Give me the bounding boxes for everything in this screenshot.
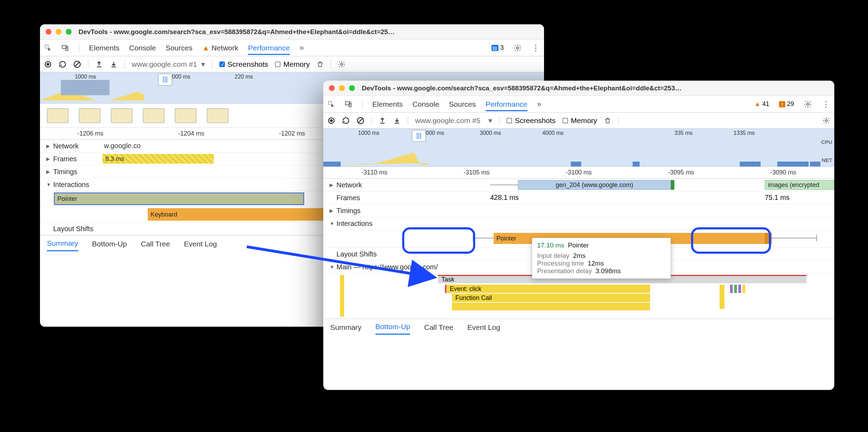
track-main[interactable]: Main — https://www.google.com/ xyxy=(336,263,438,271)
track-interactions[interactable]: Interactions xyxy=(53,181,89,189)
collapse-icon[interactable]: ▼ xyxy=(330,264,334,270)
track-timings[interactable]: Timings xyxy=(53,168,77,176)
expand-icon[interactable]: ▶ xyxy=(46,169,51,174)
clear-icon[interactable] xyxy=(357,117,364,124)
bottom-tab-summary[interactable]: Summary xyxy=(47,236,78,251)
download-icon[interactable] xyxy=(393,117,401,124)
upload-icon[interactable] xyxy=(95,60,103,68)
capture-settings-icon[interactable] xyxy=(822,117,830,124)
bottom-tab-bottom-up[interactable]: Bottom-Up xyxy=(375,320,410,335)
device-icon[interactable] xyxy=(345,100,352,108)
close-button[interactable] xyxy=(46,29,51,35)
svg-line-7 xyxy=(75,62,79,66)
bottom-tab-call-tree[interactable]: Call Tree xyxy=(141,237,170,251)
track-layout-shifts[interactable]: Layout Shifts xyxy=(53,225,94,233)
bottom-tab-summary[interactable]: Summary xyxy=(330,320,362,334)
net-bar-1[interactable]: gen_204 (www.google.com) xyxy=(518,180,671,190)
window-title: DevTools - www.google.com/search?sca_esv… xyxy=(79,28,538,36)
svg-line-16 xyxy=(358,119,363,123)
download-icon[interactable] xyxy=(110,60,117,68)
memory-checkbox[interactable]: Memory xyxy=(562,116,597,125)
reload-icon[interactable] xyxy=(342,117,350,124)
messages-badge[interactable]: ▤3 xyxy=(492,44,504,51)
more-tabs-icon[interactable]: » xyxy=(537,100,541,109)
collapse-icon[interactable]: ▼ xyxy=(46,182,51,187)
upload-icon[interactable] xyxy=(379,117,386,124)
inspect-icon[interactable] xyxy=(327,100,335,108)
track-interactions[interactable]: Interactions xyxy=(336,220,372,228)
expand-icon[interactable]: ▶ xyxy=(330,182,334,188)
svg-point-3 xyxy=(517,47,519,49)
clear-icon[interactable] xyxy=(73,60,81,68)
window-title: DevTools - www.google.com/search?sca_esv… xyxy=(362,84,829,92)
warning-icon: ▲ xyxy=(202,44,210,52)
maximize-button[interactable] xyxy=(66,29,72,35)
overview-timeline[interactable]: 1000 ms 000 ms 3000 ms 4000 ms 335 ms 13… xyxy=(323,129,834,167)
svg-rect-9 xyxy=(328,101,332,104)
kebab-icon[interactable]: ⋮ xyxy=(822,99,830,109)
svg-point-17 xyxy=(825,120,827,122)
trash-icon[interactable] xyxy=(317,61,324,68)
expand-icon[interactable]: ▶ xyxy=(46,156,51,162)
svg-point-8 xyxy=(341,63,343,65)
screenshots-checkbox[interactable]: Screenshots xyxy=(506,116,555,125)
tab-console[interactable]: Console xyxy=(129,44,156,52)
minimize-button[interactable] xyxy=(339,85,345,91)
profile-select[interactable]: www.google.com #1 ▾ xyxy=(132,60,205,68)
more-tabs-icon[interactable]: » xyxy=(300,43,304,52)
tab-elements[interactable]: Elements xyxy=(372,100,403,108)
errors-badge[interactable]: !29 xyxy=(779,100,794,108)
inspect-icon[interactable] xyxy=(44,44,52,52)
capture-settings-icon[interactable] xyxy=(338,60,346,68)
settings-icon[interactable] xyxy=(513,44,522,52)
tab-performance[interactable]: Performance xyxy=(486,100,527,111)
tab-sources[interactable]: Sources xyxy=(449,100,476,108)
minimize-button[interactable] xyxy=(56,29,62,35)
screenshots-checkbox[interactable]: ✓Screenshots xyxy=(219,60,268,68)
tab-elements[interactable]: Elements xyxy=(89,44,120,52)
time-ruler[interactable]: -3110 ms-3105 ms-3100 ms-3095 ms-3090 ms xyxy=(323,167,834,179)
pointer-bar[interactable]: Pointer xyxy=(54,193,304,205)
tab-sources[interactable]: Sources xyxy=(166,44,193,52)
maximize-button[interactable] xyxy=(349,85,355,91)
memory-checkbox[interactable]: Memory xyxy=(275,60,310,68)
net-bar-2[interactable]: images (encrypted xyxy=(765,180,834,190)
frame-bar[interactable]: 8.3 ms xyxy=(103,154,214,164)
flame-fn[interactable]: Function Call xyxy=(452,294,650,302)
reload-icon[interactable] xyxy=(59,60,66,68)
device-icon[interactable] xyxy=(62,44,69,52)
svg-point-12 xyxy=(807,103,809,105)
track-timings[interactable]: Timings xyxy=(336,207,360,215)
track-frames[interactable]: Frames xyxy=(336,194,360,202)
track-layout-shifts[interactable]: Layout Shifts xyxy=(336,250,377,258)
expand-icon[interactable]: ▶ xyxy=(46,143,51,149)
collapse-icon[interactable]: ▼ xyxy=(330,221,334,226)
overview-handle[interactable] xyxy=(158,74,172,85)
tab-network[interactable]: Network xyxy=(211,44,238,52)
record-icon[interactable] xyxy=(44,60,52,68)
profile-select[interactable]: www.google.com #5 ▾ xyxy=(415,116,492,125)
track-network[interactable]: Network xyxy=(53,142,79,150)
svg-point-14 xyxy=(330,119,333,122)
bottom-tab-bottom-up[interactable]: Bottom-Up xyxy=(92,237,127,251)
flame-event[interactable]: Event: click xyxy=(445,285,650,293)
trash-icon[interactable] xyxy=(604,117,611,124)
kebab-icon[interactable]: ⋮ xyxy=(532,43,540,53)
svg-rect-0 xyxy=(45,45,48,48)
bottom-tab-call-tree[interactable]: Call Tree xyxy=(424,320,453,334)
settings-icon[interactable] xyxy=(804,100,812,108)
close-button[interactable] xyxy=(329,85,335,91)
track-frames[interactable]: Frames xyxy=(53,155,77,163)
overview-handle[interactable] xyxy=(412,130,426,142)
expand-icon[interactable]: ▶ xyxy=(330,208,334,213)
bottom-tab-event-log[interactable]: Event Log xyxy=(184,237,217,251)
tab-console[interactable]: Console xyxy=(413,100,439,108)
tab-performance[interactable]: Performance xyxy=(248,44,290,55)
warnings-badge[interactable]: ▲41 xyxy=(754,100,769,108)
track-network[interactable]: Network xyxy=(336,181,362,189)
interaction-tooltip: 17.10 ms Pointer Input delay 2ms Process… xyxy=(532,238,671,279)
bottom-tab-event-log[interactable]: Event Log xyxy=(467,320,500,334)
record-icon[interactable] xyxy=(327,117,335,124)
svg-point-5 xyxy=(47,63,49,66)
